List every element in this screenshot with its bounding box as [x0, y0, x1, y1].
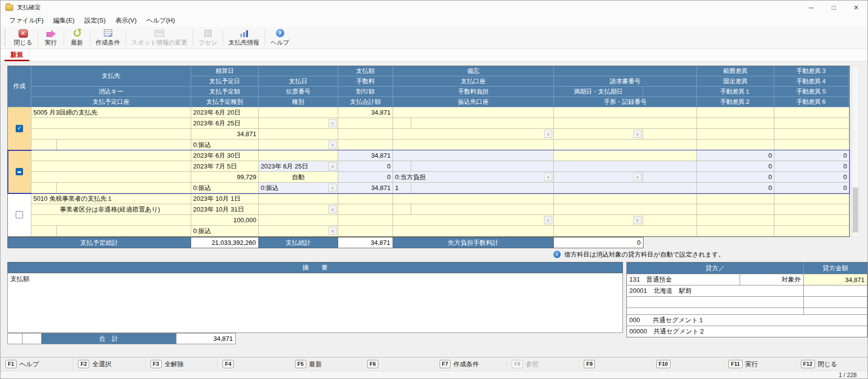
cell[interactable]: [31, 183, 57, 193]
cell[interactable]: 34,871: [338, 107, 393, 118]
cell[interactable]: [31, 118, 191, 129]
cell[interactable]: [31, 215, 191, 226]
fkey-f7[interactable]: F7作成条件: [434, 357, 506, 371]
cell[interactable]: [338, 129, 393, 140]
cell[interactable]: [393, 118, 411, 129]
cell[interactable]: 0:振込: [191, 183, 259, 193]
cell[interactable]: 100,000: [191, 215, 259, 226]
cell-dropdown[interactable]: [393, 215, 554, 226]
cell[interactable]: [393, 140, 554, 150]
cell[interactable]: 34,871: [338, 183, 393, 193]
fkey-f11[interactable]: F11実行: [723, 357, 795, 371]
fkey-f8[interactable]: F8参照: [506, 357, 578, 371]
payee-info-button[interactable]: 支払先情報: [224, 27, 263, 48]
cell[interactable]: [643, 129, 697, 140]
cell[interactable]: [774, 204, 849, 215]
menu-help[interactable]: ヘルプ(H): [142, 14, 180, 27]
cell[interactable]: 0: [697, 183, 774, 193]
cell[interactable]: 2023年 6月 30日: [191, 150, 259, 161]
cell[interactable]: [554, 183, 697, 193]
toolbar-grip[interactable]: [4, 29, 7, 46]
cell[interactable]: 34,871: [191, 129, 259, 140]
cell[interactable]: [31, 226, 57, 237]
cell[interactable]: [31, 129, 191, 140]
cell-dropdown[interactable]: [259, 226, 338, 237]
cell[interactable]: [774, 118, 849, 129]
tab-new[interactable]: 新規: [4, 49, 29, 61]
cell[interactable]: [31, 150, 191, 161]
cell[interactable]: [774, 215, 849, 226]
help-button[interactable]: ヘルプ: [267, 27, 293, 48]
cell[interactable]: [411, 161, 554, 172]
cell[interactable]: [259, 215, 338, 226]
cell[interactable]: [774, 140, 849, 150]
cell[interactable]: [697, 204, 774, 215]
cell[interactable]: [697, 215, 774, 226]
minimize-button[interactable]: ─: [800, 0, 822, 14]
cell-dropdown[interactable]: [259, 140, 338, 150]
cell[interactable]: [338, 193, 393, 204]
cell[interactable]: 2023年 10月 1日: [191, 193, 259, 204]
cell[interactable]: [774, 193, 849, 204]
vertical-scrollbar[interactable]: [852, 66, 859, 237]
segment-2[interactable]: 00000 共通セグメント２: [627, 326, 867, 337]
row-checkbox[interactable]: [16, 125, 23, 132]
fkey-f2[interactable]: F2全選択: [73, 357, 145, 371]
cell[interactable]: [393, 193, 554, 204]
menu-settings[interactable]: 設定(S): [79, 14, 110, 27]
cell[interactable]: 2023年 10月 31日: [191, 204, 259, 215]
cell[interactable]: 2023年 6月 20日: [191, 107, 259, 118]
scrollbar-thumb[interactable]: [853, 188, 858, 233]
cell[interactable]: [554, 204, 697, 215]
cell[interactable]: [259, 107, 338, 118]
fkey-f1[interactable]: F1ヘルプ: [0, 357, 73, 371]
cell[interactable]: [554, 161, 697, 172]
cell[interactable]: [697, 193, 774, 204]
cell[interactable]: [411, 204, 554, 215]
fkey-f6[interactable]: F6: [362, 357, 434, 371]
row-checkbox[interactable]: [16, 211, 23, 218]
cell[interactable]: [393, 226, 554, 237]
cell[interactable]: [554, 150, 697, 161]
cell[interactable]: [554, 118, 697, 129]
cell[interactable]: 0: [338, 161, 393, 172]
close-button[interactable]: ✕: [845, 0, 868, 14]
cell[interactable]: [774, 107, 849, 118]
cell-dropdown[interactable]: [554, 172, 643, 183]
cell[interactable]: [411, 118, 554, 129]
cell[interactable]: [31, 140, 57, 150]
creation-conditions-button[interactable]: 作成条件: [92, 27, 124, 48]
cell[interactable]: [411, 183, 554, 193]
fkey-f5[interactable]: F5最新: [290, 357, 362, 371]
menu-view[interactable]: 表示(V): [111, 14, 142, 27]
cell-dropdown[interactable]: 2023年 6月 25日: [259, 161, 338, 172]
cell[interactable]: [697, 226, 774, 237]
cell[interactable]: 自動: [259, 172, 338, 183]
cell[interactable]: 0:振込: [191, 140, 259, 150]
cell[interactable]: [643, 172, 697, 183]
cell[interactable]: [774, 129, 849, 140]
cell[interactable]: [338, 118, 393, 129]
cell[interactable]: 99,729: [191, 172, 259, 183]
cell[interactable]: [57, 183, 191, 193]
cell[interactable]: 34,871: [338, 150, 393, 161]
close-tool-button[interactable]: 閉じる: [10, 27, 36, 48]
cell-dropdown[interactable]: 0:振込: [259, 183, 338, 193]
cell[interactable]: [338, 204, 393, 215]
row-checkbox[interactable]: [16, 168, 23, 175]
cell[interactable]: 1: [393, 183, 411, 193]
fkey-f10[interactable]: F10: [651, 357, 723, 371]
cell[interactable]: [393, 161, 411, 172]
cell[interactable]: 5010 免税事業者の支払先１: [31, 193, 191, 204]
cell[interactable]: [554, 107, 697, 118]
cell[interactable]: 0: [697, 172, 774, 183]
cell[interactable]: 2023年 6月 25日: [191, 118, 259, 129]
cell-dropdown[interactable]: 0:当方負担: [393, 172, 554, 183]
cell[interactable]: [393, 204, 411, 215]
cell[interactable]: 2023年 7月 5日: [191, 161, 259, 172]
cell-dropdown[interactable]: [393, 129, 554, 140]
credit-account[interactable]: 131 普通預金: [627, 274, 740, 285]
execute-button[interactable]: 実行: [40, 27, 62, 48]
fkey-f12[interactable]: F12閉じる: [795, 357, 868, 371]
cell[interactable]: [393, 107, 554, 118]
